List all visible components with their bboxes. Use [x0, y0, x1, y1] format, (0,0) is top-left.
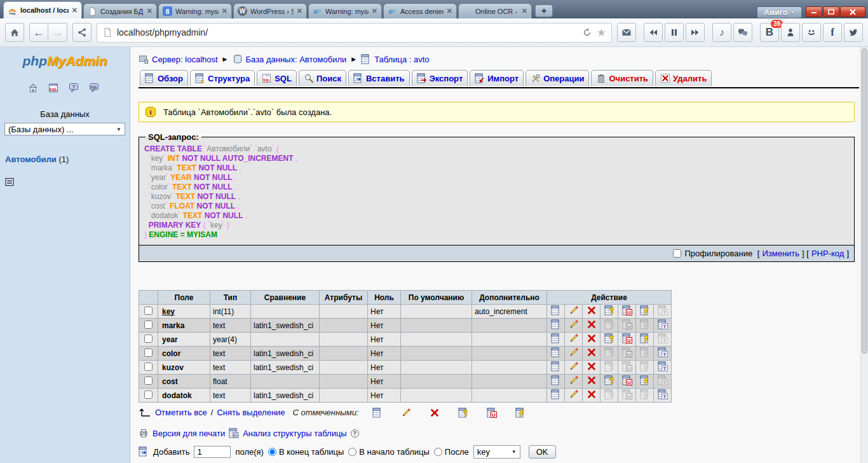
option-table-end[interactable]: В конец таблицы	[268, 447, 344, 457]
browse-action[interactable]	[551, 347, 561, 357]
my-world-button[interactable]	[802, 23, 821, 42]
browser-tab[interactable]: W WordPress › Support ✕	[233, 3, 307, 18]
inline-edit-link[interactable]: Изменить	[762, 249, 799, 258]
browse-action[interactable]	[551, 375, 561, 385]
tab-drop[interactable]: Удалить	[655, 70, 712, 86]
index-action[interactable]	[640, 305, 650, 315]
php-code-link[interactable]: PHP-код	[811, 249, 844, 258]
drop-action[interactable]	[587, 361, 597, 371]
unique-action[interactable]: U	[622, 305, 632, 315]
after-field-select[interactable]: key ▼	[473, 445, 520, 459]
table-list-icon[interactable]	[4, 177, 15, 187]
rewind-button[interactable]	[644, 23, 663, 42]
new-tab-button[interactable]: +	[535, 4, 553, 17]
change-action[interactable]	[569, 333, 579, 343]
tab-browse[interactable]: Обзор	[140, 70, 188, 86]
radio-table-end[interactable]	[268, 448, 276, 456]
tab-close-button[interactable]: ✕	[297, 7, 302, 15]
odnoklassniki-button[interactable]	[781, 23, 800, 42]
option-after[interactable]: После	[434, 447, 469, 457]
change-action[interactable]	[569, 361, 579, 371]
tab-empty[interactable]: Очистить	[591, 70, 653, 86]
browse-action[interactable]	[551, 333, 561, 343]
home-nav-icon[interactable]	[28, 83, 41, 94]
row-checkbox[interactable]	[144, 390, 153, 399]
row-checkbox[interactable]	[144, 307, 153, 315]
radio-after[interactable]	[434, 448, 442, 456]
index-action[interactable]	[640, 375, 650, 385]
tab-search[interactable]: Поиск	[299, 70, 346, 86]
radio-table-begin[interactable]	[348, 448, 356, 456]
change-action[interactable]	[569, 319, 579, 329]
fast-forward-button[interactable]	[686, 23, 705, 42]
browser-tab[interactable]: Warning: mysql_conn ✕	[308, 3, 382, 18]
row-checkbox[interactable]	[144, 335, 153, 343]
scrollbar[interactable]	[860, 47, 868, 463]
unique-action[interactable]: U	[622, 333, 632, 343]
tab-structure[interactable]: Структура	[190, 70, 255, 86]
music-button[interactable]: ♪	[712, 23, 731, 42]
forward-button[interactable]: →	[48, 23, 67, 42]
primary-selected-action[interactable]	[458, 408, 468, 418]
address-bar[interactable]: localhost/phpmyadmin/ ★	[97, 23, 612, 43]
check-all-link[interactable]: Отметить все	[155, 408, 207, 417]
tab-close-button[interactable]: ✕	[147, 7, 153, 15]
primary-action[interactable]	[604, 333, 614, 343]
bookmark-star-button[interactable]: ★	[597, 27, 606, 38]
query-window-icon[interactable]: SQL	[48, 83, 61, 94]
browser-tab[interactable]: Создания БД ✕	[83, 3, 157, 18]
browse-action[interactable]	[551, 305, 561, 315]
mail-button[interactable]	[617, 23, 636, 42]
option-table-begin[interactable]: В начало таблицы	[348, 447, 430, 457]
phpmyadmin-docs-icon[interactable]: ?	[69, 83, 81, 94]
tab-close-button[interactable]: ✕	[522, 7, 527, 15]
close-button[interactable]	[840, 6, 865, 17]
row-checkbox[interactable]	[144, 363, 153, 371]
row-checkbox[interactable]	[144, 321, 153, 329]
primary-action[interactable]	[604, 375, 614, 385]
analyze-structure-link[interactable]: Анализ структуры таблицы	[243, 429, 347, 438]
change-action[interactable]	[569, 347, 579, 357]
browser-menu-button[interactable]: Амиго ▼	[757, 6, 802, 18]
unique-action[interactable]: U	[622, 375, 632, 385]
tab-export[interactable]: Экспорт	[412, 70, 468, 86]
tab-import[interactable]: Импорт	[470, 70, 524, 86]
fulltext-action[interactable]: T	[658, 361, 668, 371]
breadcrumb-link[interactable]: Таблица : avto	[374, 55, 429, 64]
browser-tab[interactable]: Online OCR - Онлайн ✕	[458, 3, 532, 18]
drop-action[interactable]	[587, 375, 597, 385]
primary-action[interactable]	[604, 305, 614, 315]
share-button[interactable]	[72, 23, 92, 42]
sidebar-db-link[interactable]: Автомобили (1)	[5, 155, 130, 164]
maximize-button[interactable]	[823, 6, 839, 17]
drop-action[interactable]	[587, 347, 597, 357]
scrollbar-thumb[interactable]	[862, 48, 867, 354]
browser-tab[interactable]: PMA localhost / localhost ✕	[3, 1, 82, 18]
drop-selected-action[interactable]	[430, 408, 440, 418]
breadcrumb-link[interactable]: Сервер: localhost	[152, 55, 218, 64]
back-button[interactable]: ←	[29, 23, 48, 42]
help-icon[interactable]: ?	[351, 429, 359, 438]
print-view-link[interactable]: Версия для печати	[153, 429, 225, 438]
chat-button[interactable]	[733, 23, 752, 42]
mysql-docs-icon[interactable]: SQL	[89, 83, 102, 94]
change-action[interactable]	[569, 375, 579, 385]
reload-button[interactable]	[582, 27, 592, 38]
twitter-button[interactable]	[844, 23, 863, 42]
home-button[interactable]	[5, 23, 24, 42]
vk-button[interactable]: B 39	[760, 23, 779, 42]
unique-selected-action[interactable]: U	[487, 408, 497, 418]
browse-action[interactable]	[551, 361, 561, 371]
row-checkbox[interactable]	[144, 349, 153, 357]
tab-sql[interactable]: SQLSQL	[257, 70, 297, 86]
browse-action[interactable]	[551, 319, 561, 329]
drop-action[interactable]	[587, 389, 597, 399]
tab-close-button[interactable]: ✕	[72, 6, 78, 15]
breadcrumb-link[interactable]: База данных: Автомобили	[246, 55, 347, 64]
browse-action[interactable]	[551, 389, 561, 399]
minimize-button[interactable]	[806, 6, 822, 17]
tab-close-button[interactable]: ✕	[372, 7, 377, 15]
change-selected-action[interactable]	[401, 408, 411, 418]
drop-action[interactable]	[587, 305, 597, 315]
profiling-checkbox[interactable]	[673, 249, 681, 258]
